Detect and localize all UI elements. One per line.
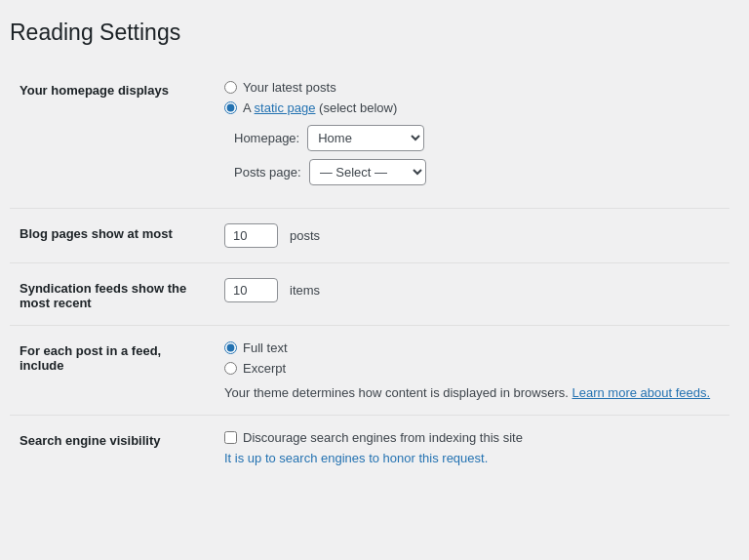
static-page-suffix: (select below)	[319, 100, 397, 115]
homepage-select[interactable]: Home Sample Page	[307, 125, 424, 151]
syndication-feeds-row: Syndication feeds show the most recent 1…	[10, 263, 729, 326]
posts-page-select[interactable]: — Select — Blog Posts	[309, 159, 426, 185]
blog-pages-unit: posts	[290, 228, 320, 243]
syndication-feeds-input[interactable]: 10	[224, 278, 278, 302]
homepage-selector-label: Homepage:	[234, 131, 299, 145]
search-visibility-checkbox[interactable]	[224, 431, 237, 444]
feed-content-description: Your theme determines how content is dis…	[224, 385, 720, 400]
search-visibility-option: Discourage search engines from indexing …	[224, 430, 720, 445]
latest-posts-radio[interactable]	[224, 81, 237, 94]
excerpt-option: Excerpt	[224, 361, 720, 376]
page-title: Reading Settings	[10, 20, 729, 46]
learn-more-feeds-link[interactable]: Learn more about feeds.	[572, 385, 711, 400]
full-text-radio[interactable]	[224, 341, 237, 354]
excerpt-label: Excerpt	[243, 361, 286, 376]
excerpt-radio[interactable]	[224, 362, 237, 375]
full-text-option: Full text	[224, 340, 720, 355]
feed-content-label: For each post in a feed, include	[20, 343, 161, 373]
full-text-label: Full text	[243, 340, 288, 355]
posts-page-selector-row: Posts page: — Select — Blog Posts	[234, 159, 720, 185]
static-page-radio[interactable]	[224, 101, 237, 114]
latest-posts-option: Your latest posts	[224, 80, 720, 95]
blog-pages-row: Blog pages show at most 10 posts	[10, 209, 729, 263]
homepage-displays-row: Your homepage displays Your latest posts…	[10, 65, 729, 209]
homepage-selector-row: Homepage: Home Sample Page	[234, 125, 720, 151]
search-visibility-label: Search engine visibility	[20, 433, 161, 448]
syndication-feeds-label: Syndication feeds show the most recent	[20, 281, 186, 310]
blog-pages-input[interactable]: 10	[224, 223, 278, 248]
syndication-feeds-unit: items	[290, 283, 320, 298]
page-selectors: Homepage: Home Sample Page Posts page: —…	[234, 125, 720, 185]
search-visibility-notice: It is up to search engines to honor this…	[224, 451, 720, 465]
search-visibility-checkbox-label: Discourage search engines from indexing …	[243, 430, 523, 445]
latest-posts-label: Your latest posts	[243, 80, 336, 95]
static-page-link[interactable]: static page	[255, 100, 316, 115]
homepage-displays-label: Your homepage displays	[20, 83, 169, 98]
posts-page-selector-label: Posts page:	[234, 165, 301, 180]
static-page-option: A static page (select below)	[224, 100, 720, 115]
search-visibility-row: Search engine visibility Discourage sear…	[10, 416, 729, 481]
static-page-label: A static page (select below)	[243, 100, 397, 115]
feed-content-row: For each post in a feed, include Full te…	[10, 326, 729, 416]
blog-pages-label: Blog pages show at most	[20, 226, 173, 241]
